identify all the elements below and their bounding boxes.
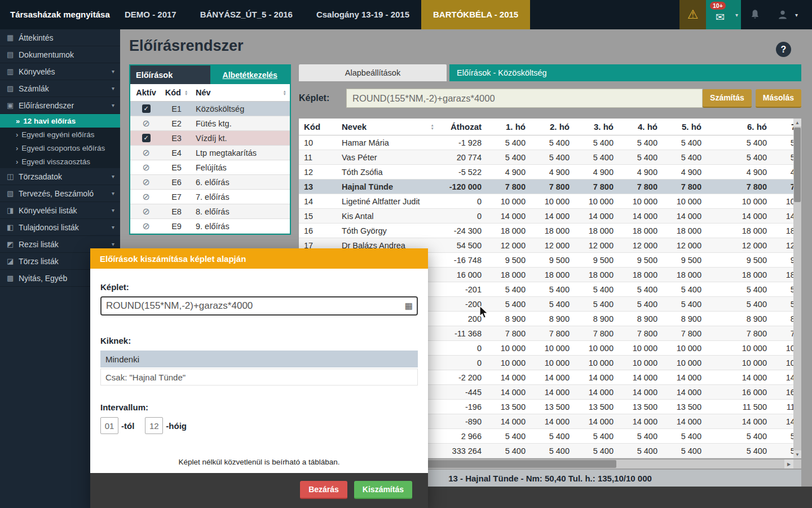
formula-modal: Előírások kiszámítása képlet alapján Kép…	[90, 248, 428, 508]
workspace-tab-banyasz-ut-5-2016[interactable]: BÁNYÁSZ_ÚT_5 - 2016	[188, 0, 304, 29]
question-icon: ?	[781, 45, 787, 55]
interval-from-input[interactable]	[100, 417, 118, 434]
interval-to-input[interactable]	[145, 417, 163, 434]
column-header-kod[interactable]: Kód	[299, 122, 337, 132]
sidebar-item-eloirasrendszer[interactable]: ▣Előírásrendszer▾	[0, 97, 120, 114]
assessment-row[interactable]: 12Tóth Zsófia-5 5224 9004 9004 9004 9004…	[299, 165, 793, 179]
workspace-tabs: DEMO - 2017BÁNYÁSZ_ÚT_5 - 2016Csalogány …	[113, 0, 530, 29]
sidebar-subitem-egyedi-egyeni-eloiras[interactable]: ›Egyedi egyéni előírás	[0, 128, 120, 141]
prescription-row[interactable]: ✓E1Közösköltség	[130, 102, 290, 116]
subunit-management-link[interactable]: Albetétkezelés	[223, 71, 277, 80]
workspace-tab-csalogany-13-19-2015[interactable]: Csalogány 13-19 - 2015	[304, 0, 421, 29]
vertical-scrollbar[interactable]: ▲ ▼	[793, 119, 801, 458]
sidebar-item-tulajdonosi-listak[interactable]: ◧Tulajdonosi listák▾	[0, 219, 120, 236]
prescription-row[interactable]: ⊘E99. előírás	[130, 219, 290, 234]
column-header-3-ho[interactable]: 3. hó	[573, 122, 617, 132]
scroll-right-arrow[interactable]: ▶	[784, 459, 793, 468]
workspace-tab-bartokbela-2015[interactable]: BARTÓKBÉLA - 2015	[421, 0, 530, 29]
column-header-1-ho[interactable]: 1. hó	[485, 122, 529, 132]
bookkeeping-icon: ▥	[7, 67, 19, 76]
calculator-icon[interactable]: ▦	[405, 301, 413, 311]
interval-row: -tól -hóig	[100, 417, 418, 434]
messages-button[interactable]: 10+ ✉ ▾	[706, 0, 741, 29]
mail-icon: ✉	[716, 11, 725, 24]
calculate-button[interactable]: Számítás	[703, 89, 752, 108]
prescriptions-panel: Előírások Albetétkezelés AktívKód▲▼Név▲▼…	[129, 64, 291, 235]
disabled-icon[interactable]: ⊘	[142, 222, 149, 231]
disabled-icon[interactable]: ⊘	[142, 178, 149, 187]
prescription-row[interactable]: ⊘E77. előírás	[130, 190, 290, 204]
sidebar-item-tervezes-beszamolo[interactable]: ▧Tervezés, Beszámoló▾	[0, 185, 120, 202]
compute-button[interactable]: Kiszámítás	[354, 481, 412, 499]
column-header-6-ho[interactable]: 6. hó	[705, 122, 770, 132]
recipient-option-csak-hajnal-tunde[interactable]: Csak: "Hajnal Tünde"	[100, 369, 418, 386]
notifications-button[interactable]	[741, 0, 769, 29]
sidebar-item-attekintes[interactable]: ▦Áttekintés	[0, 29, 120, 46]
modal-title: Előírások kiszámítása képlet alapján	[90, 248, 428, 269]
column-header-nev[interactable]: Név▲▼	[191, 88, 290, 97]
alerts-button[interactable]: ⚠	[679, 0, 706, 29]
chevron-down-icon: ▾	[735, 12, 738, 18]
sidebar-item-konyveles[interactable]: ▥Könyvelés▾	[0, 63, 120, 80]
assessment-row[interactable]: 16Tóth György-24 30018 00018 00018 00018…	[299, 224, 793, 238]
prescription-row[interactable]: ⊘E5Felújítás	[130, 160, 290, 175]
chevron-down-icon: ▾	[112, 102, 114, 108]
column-header-7-ho[interactable]: 7. hó	[770, 122, 793, 132]
prescription-row[interactable]: ⊘E66. előírás	[130, 175, 290, 190]
chevron-down-icon: ▾	[112, 190, 114, 196]
sidebar-item-konyvelesi-listak[interactable]: ◨Könyvelési listák▾	[0, 202, 120, 219]
page-title: Előírásrendszer	[129, 37, 244, 55]
topbar-actions: ⚠ 10+ ✉ ▾ ▾	[679, 0, 801, 29]
column-header-5-ho[interactable]: 5. hó	[661, 122, 705, 132]
sidebar-subitem-12-havi-eloiras[interactable]: »12 havi előírás	[0, 114, 120, 128]
scroll-up-arrow[interactable]: ▲	[793, 119, 801, 126]
assessment-row[interactable]: 11Vas Péter20 7745 4005 4005 4005 4005 4…	[299, 150, 793, 165]
column-header-athozat[interactable]: Áthozat	[439, 122, 485, 132]
tab-eloirasok-kozoskoltseg[interactable]: Előírások - Közösköltség	[449, 64, 801, 81]
column-header-aktiv[interactable]: Aktív	[130, 88, 162, 97]
prescription-row[interactable]: ⊘E88. előírás	[130, 204, 290, 219]
sidebar-item-szamlak[interactable]: ▨Számlák▾	[0, 80, 120, 97]
prescription-row[interactable]: ⊘E4Ltp megtakarítás	[130, 146, 290, 160]
disabled-icon[interactable]: ⊘	[142, 148, 149, 157]
help-button[interactable]: ?	[776, 42, 791, 57]
disabled-icon[interactable]: ⊘	[142, 163, 149, 172]
assessment-row[interactable]: 13Hajnal Tünde-120 0007 8007 8007 8007 8…	[299, 179, 793, 194]
interval-from-suffix: -tól	[121, 421, 134, 431]
assessment-row[interactable]: 10Hamar Mária-1 9285 4005 4005 4005 4005…	[299, 135, 793, 150]
sidebar-subitem-egyedi-visszaosztas[interactable]: ›Egyedi visszaosztás	[0, 155, 120, 168]
chevron-down-icon: ▾	[112, 207, 114, 213]
scroll-down-arrow[interactable]: ▼	[793, 450, 801, 458]
modal-formula-input[interactable]	[100, 296, 418, 316]
sidebar-subitem-egyedi-csoportos-eloiras[interactable]: ›Egyedi csoportos előírás	[0, 141, 120, 155]
column-header-nevek[interactable]: Nevek▲▼	[337, 122, 439, 132]
copy-button[interactable]: Másolás	[756, 89, 801, 108]
column-header-4-ho[interactable]: 4. hó	[617, 122, 661, 132]
documents-icon: ▤	[7, 50, 19, 59]
user-icon	[777, 9, 788, 20]
sidebar-item-torzsadatok[interactable]: ◫Törzsadatok▾	[0, 168, 120, 185]
prescriptions-panel-header: Előírások Albetétkezelés	[130, 65, 290, 84]
disabled-icon[interactable]: ⊘	[142, 207, 149, 216]
assessment-row[interactable]: 15Kis Antal014 00014 00014 00014 00014 0…	[299, 209, 793, 224]
disabled-icon[interactable]: ⊘	[142, 192, 149, 202]
prescription-row[interactable]: ✓E3Vízdíj kt.	[130, 131, 290, 146]
checked-checkbox-icon[interactable]: ✓	[142, 104, 151, 113]
checked-checkbox-icon[interactable]: ✓	[142, 134, 151, 142]
user-menu-button[interactable]: ▾	[769, 0, 801, 29]
formula-input[interactable]	[346, 89, 703, 108]
tab-alapbeallitasok[interactable]: Alapbeállítások	[299, 64, 447, 81]
sidebar-item-dokumentumok[interactable]: ▤Dokumentumok	[0, 46, 120, 63]
assessment-row[interactable]: 14Ligetiné Altfatter Judit010 00010 0001…	[299, 194, 793, 209]
column-header-2-ho[interactable]: 2. hó	[529, 122, 573, 132]
bell-icon	[749, 9, 761, 20]
workspace-tab-demo-2017[interactable]: DEMO - 2017	[113, 0, 188, 29]
master-data-icon: ◫	[7, 172, 19, 181]
column-header-kod[interactable]: Kód▲▼	[162, 88, 191, 97]
disabled-icon[interactable]: ⊘	[142, 119, 149, 128]
vertical-scrollbar-thumb[interactable]	[794, 128, 801, 202]
modal-body: Képlet: ▦ Kiknek: MindenkiCsak: "Hajnal …	[90, 269, 428, 473]
recipient-option-mindenki[interactable]: Mindenki	[100, 351, 418, 367]
close-button[interactable]: Bezárás	[300, 481, 347, 499]
prescription-row[interactable]: ⊘E2Fütés ktg.	[130, 116, 290, 131]
